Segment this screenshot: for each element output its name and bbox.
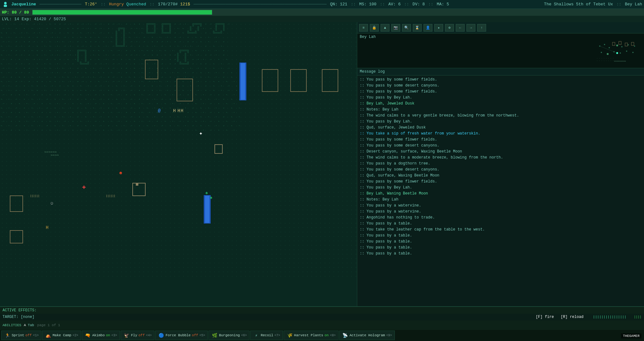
svg-rect-20 <box>136 183 138 186</box>
ammo-extra: |||| <box>634 315 641 319</box>
ability-name-label: Burgeoning <box>219 333 240 337</box>
svg-text:·  ·  ·  ·  ·  ·  ·  ·: · · · · · · · · <box>597 60 614 62</box>
abilities-row: ABILITIES A Tab page 1 of 1 <box>0 320 644 330</box>
message-log-header: Message log <box>357 68 644 75</box>
message-log[interactable]: :: You pass by some flower fields.:: You… <box>357 75 644 306</box>
toolbar-screenshot-btn[interactable]: 📷 <box>391 24 400 32</box>
svg-rect-10 <box>241 63 245 100</box>
svg-text:H: H <box>181 108 183 113</box>
minimap-canvas: ≈≈≈≈≈≈≈≈≈ · · · · · · · · · · · · · · · … <box>593 40 641 67</box>
message-line: :: You pass by a dogthorn tree. <box>360 161 641 166</box>
message-line: :: You pass by a table. <box>360 239 641 244</box>
svg-text:✚: ✚ <box>82 185 86 190</box>
svg-rect-16 <box>215 145 222 153</box>
svg-rect-8 <box>322 69 338 92</box>
player-name: Jacqueline <box>11 2 36 7</box>
svg-rect-19 <box>133 183 145 196</box>
ability-item-akimbo[interactable]: 🔫Akimboon<3> <box>82 331 120 340</box>
ability-icon-fly: 🦅 <box>123 332 130 338</box>
message-line: :: Qud, surface, Jeweled Dusk <box>360 125 641 130</box>
toolbar-search-btn[interactable]: 🔍 <box>402 24 411 32</box>
message-line: :: You pass by some flower fields. <box>360 179 641 184</box>
svg-rect-27 <box>10 196 23 212</box>
status-target-row: TARGET: [none] [F] fire [R] reload |||||… <box>0 314 644 321</box>
svg-point-36 <box>609 47 610 48</box>
ability-item-sprint[interactable]: 🏃Sprintoff<1> <box>1 331 41 340</box>
ability-icon-force-bubble: 🔵 <box>158 332 164 338</box>
game-viewport[interactable]: · · · · · · · · · · · · · · · · · · · · … <box>0 22 357 306</box>
ability-item-force-bubble[interactable]: 🔵Force Bubbleoff<5> <box>155 331 208 340</box>
toolbar-settings-btn[interactable]: ⚙ <box>445 24 454 32</box>
svg-text:≈≈≈≈≈≈: ≈≈≈≈≈≈ <box>44 150 57 154</box>
ability-item-recoil[interactable]: ⚡Recoil<7> <box>250 331 283 340</box>
toolbar-char-btn[interactable]: 👤 <box>424 24 432 32</box>
message-line: :: Bey Lah, Jeweled Dusk <box>360 101 641 106</box>
ability-key-hint: <3> <box>111 334 117 337</box>
abilities-key-a[interactable]: A <box>24 323 26 327</box>
svg-text:@: @ <box>158 108 161 113</box>
abilities-section-label: ABILITIES <box>3 323 21 327</box>
svg-rect-23 <box>204 195 211 224</box>
active-effects-row: ACTIVE EFFECTS: <box>0 307 644 314</box>
message-line: :: You pass by a table. <box>360 233 641 238</box>
game-world[interactable]: · · · · · · · · · · · · · · · · · · · · … <box>0 22 357 306</box>
toolbar-lock-btn[interactable]: 🔒 <box>370 24 379 32</box>
toolbar-menu-btn[interactable]: ≡ <box>359 24 368 32</box>
message-line: :: The wind calms to a moderate breeze, … <box>360 155 641 160</box>
abilities-page: page 1 of 1 <box>37 323 60 327</box>
water-display: 170/270# <box>158 2 178 7</box>
ability-item-harvest-plants[interactable]: 🌾Harvest Plantson<8> <box>284 331 339 340</box>
toolbar-time-btn[interactable]: ⌛ <box>413 24 422 32</box>
ability-item-burgeoning[interactable]: 🌿Burgeoning<6> <box>208 331 250 340</box>
message-line: :: Notes: Bey Lah <box>360 197 641 202</box>
svg-text:✦: ✦ <box>199 131 203 136</box>
svg-text:≈≈≈≈: ≈≈≈≈ <box>51 153 59 157</box>
main-layout: · · · · · · · · · · · · · · · · · · · · … <box>0 22 644 306</box>
av-stat: AV: 6 <box>388 2 400 7</box>
message-line: :: You pass by a watervine. <box>360 203 641 208</box>
toolbar-forward-btn[interactable]: → <box>466 24 475 32</box>
lvl-row: LVL: 14 Exp: 41420 / 50725 <box>0 16 644 22</box>
toolbar-back-btn[interactable]: ← <box>456 24 465 32</box>
svg-rect-5 <box>177 79 193 101</box>
ability-icon-recoil: ⚡ <box>253 332 259 338</box>
message-line: :: You pass by a watervine. <box>360 209 641 214</box>
ability-key-hint: <8> <box>330 334 336 337</box>
message-line: :: You pass by some desert canyons. <box>360 167 641 172</box>
message-line: :: You pass by a table. <box>360 245 641 250</box>
ability-key-hint: <7> <box>274 334 280 337</box>
svg-text:H: H <box>178 108 180 113</box>
message-line: :: You take a sip of fresh water from yo… <box>360 131 641 136</box>
ability-name-label: Akimbo <box>92 333 105 337</box>
ability-item-make-camp[interactable]: ⛺Make Camp<2> <box>42 331 81 340</box>
temperature: T:26° <box>85 2 97 7</box>
svg-rect-28 <box>10 230 23 243</box>
ability-item-fly[interactable]: 🦅Flyoff<4> <box>121 331 155 340</box>
svg-point-39 <box>628 44 629 45</box>
toolbar-up-btn[interactable]: ↑ <box>477 24 486 32</box>
message-line: :: You pass by Bey Lah. <box>360 185 641 190</box>
ability-key-hint: <4> <box>146 334 152 337</box>
npc-nearby: Bey Lah <box>625 2 642 7</box>
svg-text:≈≈≈≈≈≈≈≈≈: ≈≈≈≈≈≈≈≈≈ <box>614 60 626 63</box>
ability-status: off <box>192 333 198 337</box>
hp-bar-container <box>32 10 212 15</box>
svg-point-35 <box>604 44 605 45</box>
ability-icon-sprint: 🏃 <box>4 332 10 338</box>
watermark: THEGAMER <box>621 333 641 338</box>
toolbar-map-btn[interactable]: ▲ <box>381 24 389 32</box>
svg-text:⌇⌇⌇⌇⌇⌇: ⌇⌇⌇⌇⌇⌇ <box>30 194 39 198</box>
svg-point-46 <box>632 52 634 53</box>
dv-stat: DV: 8 <box>412 2 425 7</box>
ability-item-activate-hologram[interactable]: 📡Activate Hologram<9> <box>339 331 395 340</box>
ammo-display: |||||||||||||||| <box>593 315 626 319</box>
ability-key-hint: <6> <box>241 334 247 337</box>
toolbar-star-btn[interactable]: ★ <box>434 24 443 32</box>
svg-point-37 <box>616 45 618 46</box>
ability-name-label: Fly <box>131 333 137 337</box>
ability-icon-akimbo: 🔫 <box>85 332 91 338</box>
ability-key-hint: <1> <box>33 334 39 337</box>
abilities-tab-hint: Tab <box>28 323 34 327</box>
ability-name-label: Harvest Plants <box>294 333 323 337</box>
message-line: :: Bey Lah, Waning Beetle Moon <box>360 191 641 196</box>
